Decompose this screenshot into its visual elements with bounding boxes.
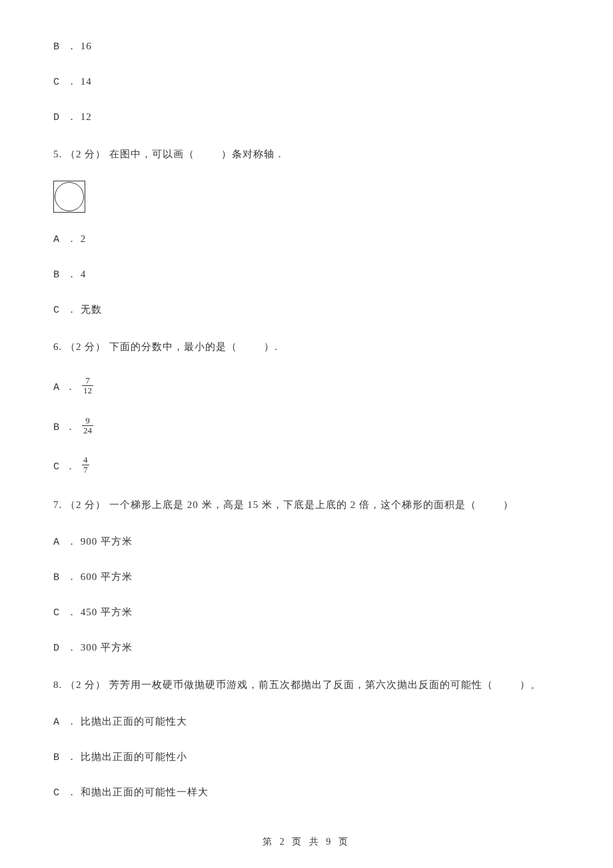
option-label: B ． [53, 572, 77, 583]
q7-stem: 7. （2 分） 一个梯形上底是 20 米，高是 15 米，下底是上底的 2 倍… [53, 497, 560, 513]
option-label: C ． [53, 460, 75, 473]
question-points: （2 分） [65, 341, 106, 352]
question-text-before: 在图中，可以画（ [109, 149, 195, 159]
option-text: 16 [81, 41, 92, 51]
fraction-numerator: 7 [82, 376, 93, 385]
fraction-numerator: 4 [82, 455, 89, 465]
option-label: C ． [53, 787, 77, 799]
circle-icon [55, 182, 84, 211]
question-number: 6. [53, 341, 62, 352]
question-number: 8. [53, 679, 62, 690]
option-text: 和抛出正面的可能性一样大 [81, 787, 209, 797]
option-label: B ． [53, 421, 75, 433]
fraction: 7 12 [82, 376, 93, 396]
q6-option-c: C ． 4 7 [53, 457, 560, 477]
option-text: 12 [81, 111, 92, 122]
option-text: 450 平方米 [81, 607, 133, 617]
option-text: 600 平方米 [81, 571, 133, 582]
question-text-before: 芳芳用一枚硬币做抛硬币游戏，前五次都抛出了反面，第六次抛出反面的可能性（ [109, 679, 493, 690]
option-label: B ． [53, 752, 77, 763]
option-label: A ． [53, 717, 77, 728]
option-text: 14 [81, 76, 92, 87]
question-text-before: 下面的分数中，最小的是（ [109, 341, 237, 352]
q5-figure-square-circle [53, 181, 85, 213]
option-label: D ． [53, 643, 77, 654]
option-text: 900 平方米 [81, 536, 133, 547]
q5-stem: 5. （2 分） 在图中，可以画（）条对称轴． [53, 146, 560, 162]
q7-option-b: B ． 600 平方米 [53, 571, 560, 583]
option-label: B ． [53, 41, 77, 53]
option-label: A ． [53, 234, 77, 245]
option-label: A ． [53, 537, 77, 548]
fraction-denominator: 24 [82, 425, 93, 435]
question-number: 7. [53, 499, 62, 510]
q5-option-c: C ． 无数 [53, 303, 560, 316]
option-label: B ． [53, 269, 77, 281]
q7-option-c: C ． 450 平方米 [53, 606, 560, 619]
q5-option-b: B ． 4 [53, 268, 560, 281]
question-text-before: 一个梯形上底是 20 米，高是 15 米，下底是上底的 2 倍，这个梯形的面积是… [109, 499, 476, 510]
q7-option-a: A ． 900 平方米 [53, 535, 560, 548]
fraction-numerator: 9 [82, 416, 93, 425]
q5-option-a: A ． 2 [53, 233, 560, 245]
fraction-denominator: 12 [82, 385, 93, 395]
question-points: （2 分） [65, 679, 106, 690]
page-footer: 第 2 页 共 9 页 [0, 836, 613, 848]
option-label: D ． [53, 112, 77, 123]
fraction: 4 7 [82, 455, 89, 475]
q8-option-c: C ． 和抛出正面的可能性一样大 [53, 786, 560, 799]
question-text-after: ）. [264, 341, 278, 352]
option-text: 300 平方米 [81, 642, 133, 653]
fraction-denominator: 7 [82, 465, 89, 475]
q4-option-d: D ． 12 [53, 111, 560, 123]
option-text: 2 [81, 233, 87, 244]
option-label: C ． [53, 77, 77, 88]
q6-option-b: B ． 9 24 [53, 417, 560, 437]
option-label: A ． [53, 381, 75, 393]
option-text: 比抛出正面的可能性小 [81, 751, 187, 762]
question-points: （2 分） [65, 149, 106, 159]
option-label: C ． [53, 607, 77, 619]
question-text-after: ） [503, 499, 514, 510]
option-text: 无数 [81, 304, 102, 315]
option-text: 4 [81, 269, 87, 279]
q6-option-a: A ． 7 12 [53, 377, 560, 397]
q6-stem: 6. （2 分） 下面的分数中，最小的是（）. [53, 339, 560, 355]
q8-option-a: A ． 比抛出正面的可能性大 [53, 715, 560, 728]
q7-option-d: D ． 300 平方米 [53, 641, 560, 654]
q4-option-c: C ． 14 [53, 75, 560, 88]
q8-stem: 8. （2 分） 芳芳用一枚硬币做抛硬币游戏，前五次都抛出了反面，第六次抛出反面… [53, 677, 560, 693]
fraction: 9 24 [82, 416, 93, 436]
q8-option-b: B ． 比抛出正面的可能性小 [53, 751, 560, 763]
question-number: 5. [53, 149, 62, 159]
option-text: 比抛出正面的可能性大 [81, 716, 187, 727]
q4-option-b: B ． 16 [53, 40, 560, 53]
option-label: C ． [53, 305, 77, 316]
question-points: （2 分） [65, 499, 106, 510]
question-text-after: ）。 [520, 679, 541, 690]
question-text-after: ）条对称轴． [221, 149, 285, 159]
